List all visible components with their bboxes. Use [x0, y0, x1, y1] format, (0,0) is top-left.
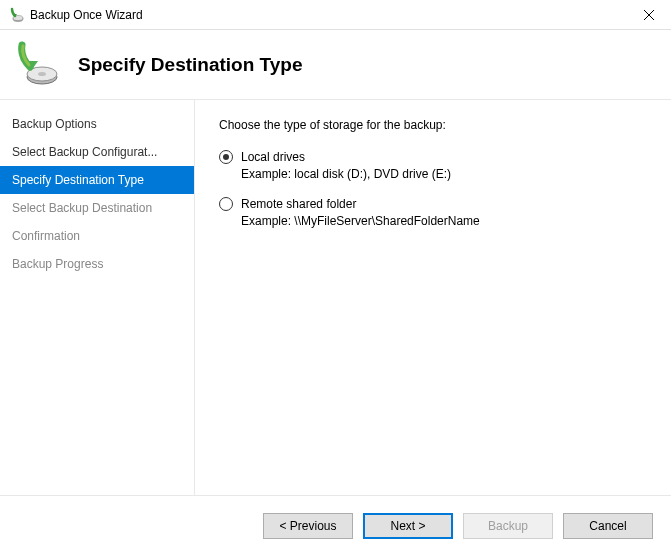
backup-button: Backup	[463, 513, 553, 539]
radio-local-drives[interactable]: Local drives	[219, 150, 647, 164]
radio-indicator	[219, 150, 233, 164]
radio-label: Remote shared folder	[241, 197, 356, 211]
footer: < Previous Next > Backup Cancel	[0, 495, 671, 555]
sidebar-item-specify-destination-type[interactable]: Specify Destination Type	[0, 166, 194, 194]
radio-option-local-drives: Local drives Example: local disk (D:), D…	[219, 150, 647, 181]
radio-remote-shared-folder[interactable]: Remote shared folder	[219, 197, 647, 211]
radio-indicator	[219, 197, 233, 211]
radio-option-remote-shared-folder: Remote shared folder Example: \\MyFileSe…	[219, 197, 647, 228]
app-icon	[8, 7, 24, 23]
sidebar: Backup Options Select Backup Configurat.…	[0, 100, 195, 495]
window-title: Backup Once Wizard	[30, 8, 143, 22]
main-panel: Choose the type of storage for the backu…	[195, 100, 671, 495]
sidebar-item-backup-options[interactable]: Backup Options	[0, 110, 194, 138]
cancel-button[interactable]: Cancel	[563, 513, 653, 539]
content-area: Backup Options Select Backup Configurat.…	[0, 100, 671, 495]
sidebar-item-backup-progress: Backup Progress	[0, 250, 194, 278]
previous-button[interactable]: < Previous	[263, 513, 353, 539]
radio-example-text: Example: local disk (D:), DVD drive (E:)	[241, 167, 647, 181]
titlebar: Backup Once Wizard	[0, 0, 671, 30]
radio-example-text: Example: \\MyFileServer\SharedFolderName	[241, 214, 647, 228]
header-section: Specify Destination Type	[0, 30, 671, 100]
close-button[interactable]	[626, 0, 671, 30]
page-title: Specify Destination Type	[78, 54, 303, 76]
sidebar-item-confirmation: Confirmation	[0, 222, 194, 250]
sidebar-item-select-backup-config[interactable]: Select Backup Configurat...	[0, 138, 194, 166]
wizard-icon	[12, 41, 60, 89]
next-button[interactable]: Next >	[363, 513, 453, 539]
radio-label: Local drives	[241, 150, 305, 164]
sidebar-item-select-backup-destination: Select Backup Destination	[0, 194, 194, 222]
svg-point-6	[38, 72, 46, 76]
instruction-text: Choose the type of storage for the backu…	[219, 118, 647, 132]
